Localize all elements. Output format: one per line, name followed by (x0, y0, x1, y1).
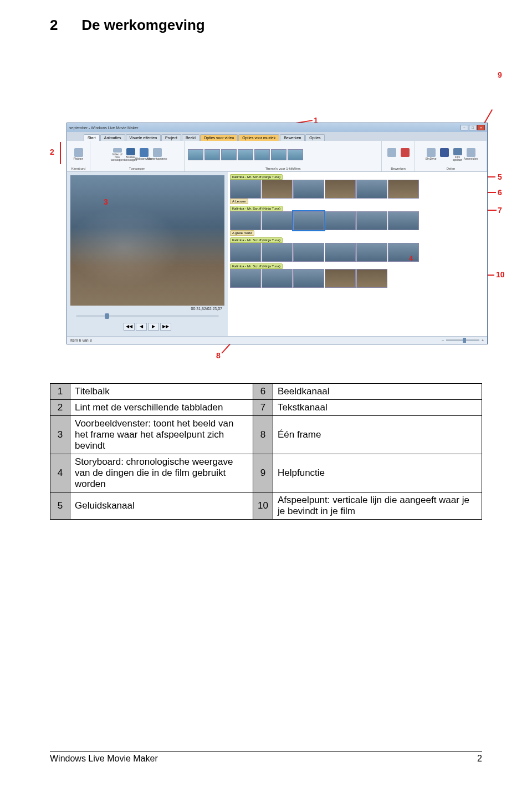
storyboard-frame[interactable] (230, 243, 261, 262)
tab-opties-video[interactable]: Opties voor video (200, 134, 238, 141)
theme-thumb[interactable] (254, 149, 270, 160)
table-row: 5 Geluidskanaal 10 Afspeelpunt: vertical… (50, 492, 482, 520)
ribbon-group-bewerken-label: Bewerken (384, 167, 412, 170)
signin-button[interactable]: Aanmelden (466, 148, 477, 161)
legend-desc: Afspeelpunt: verticale lijn die aangeeft… (273, 492, 482, 520)
storyboard-frame[interactable] (262, 243, 293, 262)
window-titlebar: september - Windows Live Movie Maker – □… (67, 123, 487, 132)
tab-start[interactable]: Start (84, 134, 100, 141)
storyboard-frame[interactable] (230, 269, 261, 288)
theme-thumb[interactable] (271, 149, 287, 160)
ribbon-group-klembord: Plakken Klembord (67, 141, 90, 171)
tab-animaties[interactable]: Animaties (100, 134, 125, 141)
storyboard-frame[interactable] (230, 211, 261, 230)
close-button[interactable]: × (477, 125, 485, 130)
zoom-slider[interactable] (446, 339, 479, 341)
storyboard-frame[interactable] (325, 243, 356, 262)
legend-desc: Lint met de verschillende tabbladen (70, 400, 253, 416)
theme-thumb[interactable] (238, 149, 253, 160)
theme-thumb[interactable] (288, 149, 303, 160)
music-track-label[interactable]: Kalimba - Mr. Scruff (Ninja Tuna) (230, 263, 283, 269)
storyboard-frame[interactable] (325, 211, 356, 230)
theme-thumb[interactable] (204, 149, 220, 160)
music-track-label[interactable]: Kalimba - Mr. Scruff (Ninja Tuna) (230, 174, 283, 180)
skydrive-button[interactable]: SkyDrive (426, 148, 437, 161)
storyboard-frame[interactable] (388, 211, 419, 230)
tab-opties[interactable]: Opties (305, 134, 324, 141)
storyboard-frame[interactable] (293, 243, 324, 262)
storyboard-frame[interactable] (356, 243, 387, 262)
music-track-label[interactable]: Kalimba - Mr. Scruff (Ninja Tuna) (230, 237, 283, 243)
music-track-label[interactable]: Kalimba - Mr. Scruff (Ninja Tuna) (230, 206, 283, 211)
next-frame-button[interactable]: ▶▶ (160, 323, 171, 331)
tab-opties-muziek[interactable]: Opties voor muziek (238, 134, 279, 141)
legend-number: 5 (50, 492, 70, 520)
maximize-button[interactable]: □ (469, 125, 477, 130)
footer-page-number: 2 (477, 754, 482, 764)
storyboard-frame[interactable] (293, 180, 324, 199)
zoom-controls: – + (442, 338, 484, 342)
add-music-button[interactable]: Muziek toevoegen (125, 148, 136, 161)
callout-6: 6 (498, 188, 502, 197)
storyboard-frame[interactable] (230, 180, 261, 199)
preview-pane: 3 00:31,82/02:23,07 ◀◀ ◀ ▶ ▶▶ (67, 172, 228, 336)
content-area: 3 00:31,82/02:23,07 ◀◀ ◀ ▶ ▶▶ Kalimba - … (67, 172, 487, 336)
theme-thumb[interactable] (221, 149, 237, 160)
storyboard-frame[interactable] (293, 211, 324, 230)
storyboard-frame[interactable]: 4 (388, 243, 419, 262)
caption-label[interactable]: A Leuven (230, 199, 248, 204)
table-row: 3 Voorbeeldvenster: toont het beeld van … (50, 416, 482, 454)
add-video-photo-button[interactable]: Video of foto toevoegen (112, 148, 123, 161)
tab-beeld[interactable]: Beeld (182, 134, 200, 141)
heading-title: De werkomgeving (81, 17, 205, 33)
legend-desc: Tekstkanaal (273, 400, 482, 416)
tab-bewerken[interactable]: Bewerken (280, 134, 305, 141)
status-bar: Item 6 van 8 – + (67, 336, 487, 344)
tab-visuele-effecten[interactable]: Visuele effecten (126, 134, 161, 141)
legend-desc: Titelbalk (70, 384, 253, 400)
zoom-in-icon[interactable]: + (482, 338, 484, 342)
legend-number: 1 (50, 384, 70, 400)
track-1: Kalimba - Mr. Scruff (Ninja Tuna) A Leuv… (230, 174, 485, 204)
legend-table: 1 Titelbalk 6 Beeldkanaal 2 Lint met de … (50, 383, 482, 520)
track-2: Kalimba - Mr. Scruff (Ninja Tuna) A grot… (230, 206, 485, 236)
legend-number: 8 (253, 416, 273, 454)
legend-number: 7 (253, 400, 273, 416)
zoom-out-icon[interactable]: – (442, 338, 444, 342)
save-movie-button[interactable]: Film opslaan (452, 148, 463, 161)
callout-3: 3 (104, 197, 108, 206)
rotate-left-icon[interactable] (386, 148, 397, 161)
snapshot-button[interactable]: Momentopname (152, 148, 163, 161)
caption-label[interactable]: A grote markt (230, 230, 254, 236)
play-button[interactable]: ▶ (148, 323, 159, 331)
track-3: Kalimba - Mr. Scruff (Ninja Tuna) 4 (230, 237, 485, 262)
table-row: 1 Titelbalk 6 Beeldkanaal (50, 384, 482, 400)
delete-icon[interactable] (400, 148, 411, 161)
facebook-button[interactable] (439, 148, 450, 161)
callout-4: 4 (409, 255, 413, 262)
minimize-button[interactable]: – (461, 125, 468, 130)
track-4: Kalimba - Mr. Scruff (Ninja Tuna) (230, 263, 485, 288)
prev-button[interactable]: ◀ (136, 323, 147, 331)
storyboard-frame[interactable] (262, 211, 293, 230)
theme-thumb[interactable] (188, 149, 203, 160)
storyboard-frame[interactable] (325, 180, 356, 199)
storyboard-frame[interactable] (293, 269, 324, 288)
storyboard-frame[interactable] (325, 269, 356, 288)
storyboard-frame[interactable] (262, 269, 293, 288)
callout-5: 5 (498, 172, 502, 181)
table-row: 2 Lint met de verschillende tabbladen 7 … (50, 400, 482, 416)
seek-slider[interactable] (76, 315, 219, 317)
tab-project[interactable]: Project (161, 134, 181, 141)
legend-desc: Helpfunctie (273, 454, 482, 492)
paste-button[interactable]: Plakken (73, 148, 84, 161)
storyboard-frame[interactable] (356, 269, 387, 288)
ribbon-tabs: Start Animaties Visuele effecten Project… (67, 132, 487, 141)
window-title-text: september - Windows Live Movie Maker (69, 126, 139, 130)
ribbon-group-themas-label: Thema's voor 1-klikfilms (187, 167, 379, 170)
storyboard-frame[interactable] (262, 180, 293, 199)
storyboard-frame[interactable] (356, 180, 387, 199)
storyboard-frame[interactable] (388, 180, 419, 199)
prev-frame-button[interactable]: ◀◀ (124, 323, 135, 331)
storyboard-frame[interactable] (356, 211, 387, 230)
